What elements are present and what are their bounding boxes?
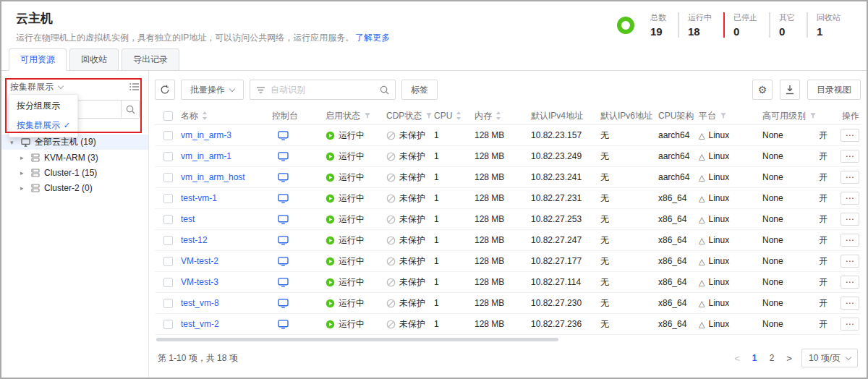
- tab-recycle-bin[interactable]: 回收站: [69, 48, 119, 71]
- batch-operations-button[interactable]: 批量操作: [181, 80, 244, 100]
- linux-platform-icon: △: [699, 299, 705, 308]
- tree-item-cluster-2[interactable]: ▸ Cluster-2 (0): [1, 180, 148, 195]
- menu-item-group-display[interactable]: 按分组展示: [9, 96, 77, 116]
- search-icon[interactable]: [380, 85, 389, 95]
- more-actions-button[interactable]: ⋯: [841, 318, 859, 331]
- table-search-input[interactable]: [271, 85, 375, 95]
- vm-name-link[interactable]: test_vm-2: [181, 319, 219, 329]
- collapse-arrow-icon[interactable]: ▸: [20, 154, 27, 161]
- directory-view-button[interactable]: 目录视图: [807, 80, 861, 100]
- search-icon[interactable]: [121, 100, 140, 119]
- page-button-2[interactable]: 2: [767, 353, 777, 363]
- clipped-column-value: 开: [819, 192, 833, 205]
- vm-name-link[interactable]: vm_in_arm_host: [181, 172, 245, 182]
- row-checkbox[interactable]: [163, 215, 173, 224]
- vm-name-link[interactable]: test-12: [181, 235, 208, 245]
- more-actions-button[interactable]: ⋯: [841, 276, 859, 289]
- directory-view-label: 目录视图: [817, 84, 851, 96]
- row-checkbox[interactable]: [163, 173, 173, 182]
- row-checkbox[interactable]: [163, 194, 173, 203]
- menu-item-cluster-display[interactable]: 按集群展示 ✓: [9, 116, 77, 135]
- status-text: 运行中: [339, 129, 365, 142]
- expand-arrow-icon[interactable]: ▾: [10, 139, 17, 146]
- more-actions-button[interactable]: ⋯: [841, 213, 859, 226]
- filter-icon[interactable]: [809, 112, 817, 119]
- prev-page-button[interactable]: <: [732, 353, 742, 364]
- next-page-button[interactable]: >: [784, 353, 794, 364]
- table-row: vm_in_arm-1 运行中 未保护 1 128 MB 10.82.23.24…: [155, 146, 861, 167]
- column-header-memory[interactable]: 内存: [475, 110, 531, 122]
- clipped-column-value: 开: [819, 171, 833, 184]
- refresh-button[interactable]: [155, 80, 175, 100]
- collapse-arrow-icon[interactable]: ▸: [20, 169, 27, 176]
- console-icon[interactable]: [278, 173, 289, 182]
- platform-value: Linux: [708, 235, 729, 245]
- more-actions-button[interactable]: ⋯: [841, 192, 859, 205]
- sort-icon[interactable]: [495, 111, 501, 120]
- row-checkbox[interactable]: [163, 152, 173, 161]
- column-header-name[interactable]: 名称: [181, 110, 272, 122]
- column-header-cpu[interactable]: CPU: [434, 111, 475, 121]
- tab-export-records[interactable]: 导出记录: [122, 48, 179, 71]
- select-all-checkbox[interactable]: [163, 111, 173, 121]
- more-actions-button[interactable]: ⋯: [841, 234, 859, 247]
- page-button-1[interactable]: 1: [749, 353, 760, 363]
- more-actions-button[interactable]: ⋯: [841, 129, 859, 142]
- vm-name-link[interactable]: test: [181, 214, 195, 224]
- more-actions-button[interactable]: ⋯: [841, 171, 859, 184]
- page-size-select[interactable]: 10 项/页: [801, 349, 858, 367]
- more-actions-button[interactable]: ⋯: [841, 297, 859, 310]
- more-actions-button[interactable]: ⋯: [841, 255, 859, 268]
- row-checkbox[interactable]: [163, 278, 173, 287]
- column-header-ha[interactable]: 高可用级别: [762, 110, 819, 122]
- memory-value: 128 MB: [475, 277, 531, 287]
- vm-name-link[interactable]: vm_in_arm-1: [181, 151, 231, 161]
- vm-name-link[interactable]: test_vm-8: [181, 298, 219, 308]
- cluster-icon: [31, 169, 40, 177]
- learn-more-link[interactable]: 了解更多: [355, 33, 390, 43]
- vm-name-link[interactable]: test-vm-1: [181, 193, 217, 203]
- menu-item-label: 按分组展示: [17, 100, 60, 112]
- group-mode-dropdown[interactable]: 按集群展示: [1, 78, 148, 95]
- row-checkbox[interactable]: [163, 131, 173, 140]
- platform-value: Linux: [708, 172, 729, 182]
- filter-icon[interactable]: [425, 112, 433, 119]
- content-area: 按集群展示 ▾ 全部云主机 (19) ▸: [1, 71, 867, 378]
- tree-item-cluster-1[interactable]: ▸ Cluster-1 (15): [1, 165, 148, 180]
- console-icon[interactable]: [278, 152, 289, 161]
- row-checkbox[interactable]: [163, 257, 173, 266]
- column-header-status[interactable]: 启用状态: [326, 110, 386, 122]
- filter-icon[interactable]: [364, 112, 371, 119]
- console-icon[interactable]: [278, 278, 289, 287]
- console-icon[interactable]: [278, 320, 289, 329]
- vm-name-link[interactable]: VM-test-3: [181, 277, 218, 287]
- sort-icon[interactable]: [456, 111, 461, 120]
- tab-available-resources[interactable]: 可用资源: [9, 48, 67, 71]
- console-icon[interactable]: [278, 257, 289, 266]
- tree-item-kvm-arm[interactable]: ▸ KVM-ARM (3): [1, 150, 148, 165]
- export-button[interactable]: [780, 80, 800, 100]
- column-header-cdp[interactable]: CDP状态: [386, 110, 434, 122]
- console-icon[interactable]: [278, 215, 289, 224]
- tree-item-label: Cluster-2 (0): [44, 183, 93, 193]
- column-header-arch[interactable]: CPU架构: [658, 110, 699, 122]
- cdp-status-text: 未保护: [399, 150, 425, 163]
- column-header-platform[interactable]: 平台: [699, 110, 762, 122]
- console-icon[interactable]: [278, 131, 289, 140]
- row-checkbox[interactable]: [163, 299, 173, 308]
- column-settings-button[interactable]: ⚙: [752, 80, 773, 100]
- row-checkbox[interactable]: [163, 320, 173, 329]
- collapse-arrow-icon[interactable]: ▸: [20, 184, 27, 192]
- console-icon[interactable]: [278, 194, 289, 203]
- console-icon[interactable]: [278, 299, 289, 308]
- vm-name-link[interactable]: vm_in_arm-3: [181, 130, 231, 140]
- platform-value: Linux: [708, 130, 729, 140]
- vm-name-link[interactable]: VM-test-2: [181, 256, 218, 266]
- tag-button[interactable]: 标签: [401, 80, 438, 100]
- sort-icon[interactable]: [202, 111, 208, 120]
- more-actions-button[interactable]: ⋯: [841, 150, 859, 163]
- filter-icon[interactable]: [720, 112, 727, 119]
- list-view-icon[interactable]: [129, 82, 140, 91]
- row-checkbox[interactable]: [163, 236, 173, 245]
- console-icon[interactable]: [278, 236, 289, 245]
